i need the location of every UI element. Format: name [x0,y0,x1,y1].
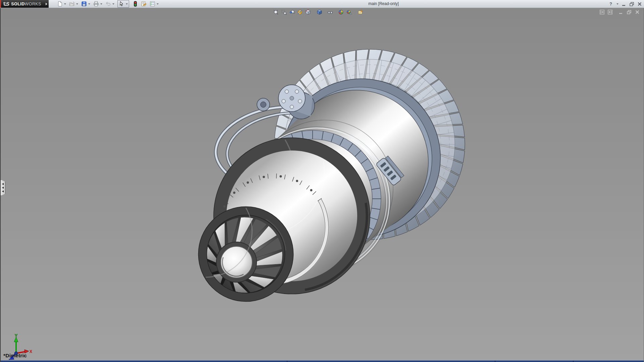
brand-works: WORKS [25,2,41,6]
brand-solid: SOLID [11,2,24,6]
open-document-icon [69,1,75,7]
doc-close-button[interactable] [635,10,640,14]
previous-view-icon[interactable] [289,9,295,15]
new-document-button[interactable] [57,0,66,7]
document-title: main [Read-only] [368,1,399,6]
traffic-light-button[interactable] [132,0,138,7]
flyout-arrow-icon [46,3,47,5]
app-window-controls: ? [609,0,642,8]
select-tool-button[interactable] [117,0,129,8]
print-button[interactable] [93,0,102,7]
collapse-arrow-icon [2,183,4,185]
view-orientation-icon[interactable] [305,9,311,15]
headsup-view-toolbar [273,9,363,15]
logo-s-glyph: S [6,1,10,7]
help-button[interactable]: ? [609,1,612,6]
engine-3d-model [1,8,644,361]
zoom-to-fit-icon[interactable] [273,9,279,15]
graphics-viewport[interactable]: Y X Z *Dimetric [0,8,644,362]
options-list-button[interactable] [150,0,159,7]
collapse-arrow-icon [2,187,4,189]
select-dropdown-caret[interactable] [126,3,128,5]
help-dropdown-caret[interactable] [616,3,619,5]
open-dropdown-caret[interactable] [76,3,78,5]
status-bar-edge [1,360,644,362]
options-dropdown-caret[interactable] [157,3,159,5]
undo-button[interactable] [105,0,114,7]
new-document-icon [57,1,63,7]
pane-right-button[interactable] [608,10,612,14]
save-button[interactable] [81,0,90,7]
file-properties-button[interactable] [141,0,147,7]
app-minimize-button[interactable] [622,2,626,6]
doc-restore-button[interactable] [627,10,632,14]
triad-y-label: Y [15,334,17,338]
document-window-controls [600,10,640,14]
edit-appearance-icon[interactable] [358,9,363,15]
file-properties-icon [141,1,147,7]
pane-left-button[interactable] [600,10,604,14]
nozzle-assembly [199,207,293,302]
status-separator [287,361,287,362]
menu-flyout-button[interactable] [44,0,49,8]
collapse-arrow-icon [2,190,4,192]
status-separator [573,361,574,362]
open-document-button[interactable] [69,0,78,7]
app-close-button[interactable] [637,2,642,6]
apply-scene-icon[interactable] [338,9,344,15]
select-cursor-icon [119,1,124,7]
doc-minimize-button[interactable] [619,10,623,14]
feature-panel-expand-tab[interactable] [1,180,5,196]
triad-x-label: X [30,349,32,354]
status-separator [495,361,495,362]
title-bar: 3 S SOLIDWORKS [0,0,644,8]
app-restore-button[interactable] [629,2,634,6]
save-icon [81,1,87,7]
main-toolbar [57,0,159,7]
save-dropdown-caret[interactable] [88,3,90,5]
solidworks-logo: 3 S SOLIDWORKS [1,0,44,8]
undo-dropdown-caret[interactable] [112,3,114,5]
new-dropdown-caret[interactable] [64,3,66,5]
section-view-icon[interactable] [297,9,303,15]
print-dropdown-caret[interactable] [100,3,102,5]
view-orientation-label: *Dimetric [3,353,27,359]
hide-show-items-icon[interactable] [327,9,333,15]
options-list-icon [150,1,155,7]
zoom-to-area-icon[interactable] [281,9,287,15]
undo-icon [105,1,111,7]
view-settings-icon[interactable] [346,9,352,15]
display-style-icon[interactable] [317,9,322,15]
traffic-light-icon [132,1,138,7]
print-icon [93,1,99,7]
